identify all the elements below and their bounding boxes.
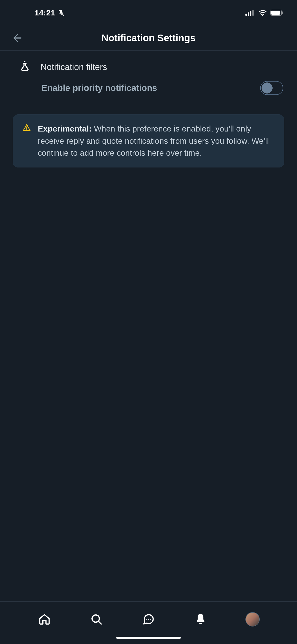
svg-rect-4 xyxy=(252,10,254,16)
svg-rect-7 xyxy=(282,12,283,14)
nav-search[interactable] xyxy=(86,609,107,630)
svg-line-12 xyxy=(98,622,101,624)
arrow-left-icon xyxy=(12,32,24,44)
status-time: 14:21 xyxy=(34,8,55,17)
home-indicator[interactable] xyxy=(116,637,181,639)
nav-chat[interactable] xyxy=(138,609,159,630)
priority-notifications-toggle[interactable] xyxy=(260,81,283,95)
svg-point-10 xyxy=(26,129,27,130)
avatar-icon xyxy=(246,612,260,626)
nav-notifications[interactable] xyxy=(190,609,211,630)
search-icon xyxy=(90,613,103,626)
status-bar: 14:21 xyxy=(0,0,297,25)
svg-point-8 xyxy=(24,61,26,62)
back-button[interactable] xyxy=(12,32,24,44)
svg-rect-6 xyxy=(271,10,280,15)
beaker-icon xyxy=(20,61,30,73)
content-area: Notification filters Enable priority not… xyxy=(0,51,297,168)
svg-rect-1 xyxy=(246,14,247,16)
svg-rect-2 xyxy=(248,12,249,16)
cellular-signal-icon xyxy=(246,10,255,16)
home-icon xyxy=(38,613,51,626)
warning-triangle-icon xyxy=(22,124,31,159)
bell-icon xyxy=(194,613,207,626)
toggle-knob xyxy=(262,82,272,94)
nav-home[interactable] xyxy=(34,609,55,630)
chat-icon xyxy=(142,613,155,626)
svg-rect-3 xyxy=(250,11,252,16)
nav-profile[interactable] xyxy=(242,609,263,630)
setting-row-priority: Enable priority notifications xyxy=(13,81,284,95)
status-bar-right xyxy=(246,10,283,16)
info-prefix: Experimental: xyxy=(38,124,92,133)
app-header: Notification Settings xyxy=(0,25,297,51)
section-title: Notification filters xyxy=(40,62,107,72)
section-header: Notification filters xyxy=(13,61,284,73)
setting-label: Enable priority notifications xyxy=(42,83,157,93)
svg-point-15 xyxy=(150,619,151,620)
status-bar-left: 14:21 xyxy=(34,8,65,17)
page-title: Notification Settings xyxy=(7,32,290,44)
bell-muted-icon xyxy=(58,9,65,16)
wifi-icon xyxy=(258,10,267,16)
svg-point-14 xyxy=(148,619,149,620)
battery-icon xyxy=(270,10,283,16)
info-box: Experimental: When this preference is en… xyxy=(13,114,284,168)
svg-point-13 xyxy=(146,619,147,620)
info-text: Experimental: When this preference is en… xyxy=(38,123,275,159)
